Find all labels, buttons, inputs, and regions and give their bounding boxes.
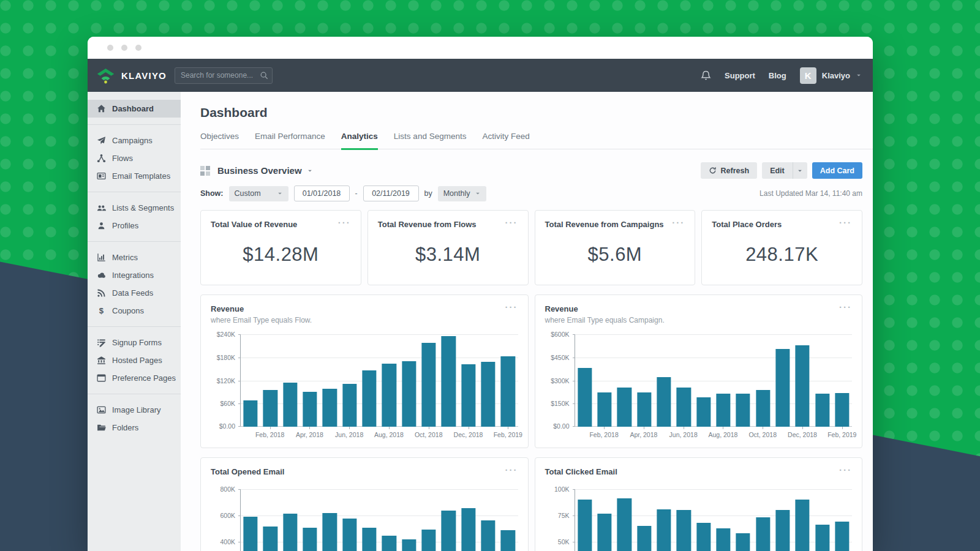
- bar-may-2018[interactable]: [657, 377, 671, 427]
- sidebar-item-hosted-pages[interactable]: Hosted Pages: [88, 351, 181, 369]
- bar-feb-2019[interactable]: [501, 356, 515, 427]
- bar-feb-2018[interactable]: [597, 392, 611, 427]
- bar-aug-2018[interactable]: [382, 536, 396, 551]
- bar-mar-2018[interactable]: [617, 498, 631, 551]
- sidebar-item-folders[interactable]: Folders: [88, 419, 181, 437]
- refresh-button[interactable]: Refresh: [701, 162, 758, 179]
- bar-feb-2018[interactable]: [597, 514, 611, 551]
- notifications-bell-icon[interactable]: [701, 70, 711, 81]
- card-menu-icon[interactable]: ···: [839, 220, 852, 226]
- end-date-input[interactable]: [363, 186, 419, 201]
- bar-oct-2018[interactable]: [756, 390, 770, 427]
- bar-oct-2018[interactable]: [756, 517, 770, 551]
- bar-oct-2018[interactable]: [421, 343, 435, 427]
- window-control-dot[interactable]: [135, 45, 141, 51]
- card-menu-icon[interactable]: ···: [505, 220, 518, 226]
- bar-aug-2018[interactable]: [716, 394, 730, 427]
- board-grid-icon[interactable]: [200, 166, 210, 176]
- klaviyo-logo[interactable]: KLAVIYO: [96, 67, 167, 84]
- sidebar-item-signup-forms[interactable]: Signup Forms: [88, 334, 181, 351]
- bar-nov-2018[interactable]: [775, 349, 790, 427]
- bar-feb-2019[interactable]: [835, 522, 849, 551]
- nav-link-blog[interactable]: Blog: [769, 71, 786, 80]
- bar-feb-2018[interactable]: [263, 390, 277, 427]
- edit-dropdown-button[interactable]: [793, 162, 807, 179]
- sidebar-item-profiles[interactable]: Profiles: [88, 217, 181, 234]
- bar-may-2018[interactable]: [323, 389, 337, 427]
- date-range-select[interactable]: Custom: [229, 186, 288, 201]
- card-menu-icon[interactable]: ···: [338, 220, 351, 226]
- start-date-input[interactable]: [294, 186, 350, 201]
- bar-jan-2018[interactable]: [244, 517, 258, 551]
- sidebar-item-data-feeds[interactable]: Data Feeds: [88, 284, 181, 302]
- bar-dec-2018[interactable]: [796, 500, 810, 551]
- window-control-dot[interactable]: [107, 45, 113, 51]
- bar-may-2018[interactable]: [657, 509, 671, 551]
- bar-sep-2018[interactable]: [402, 539, 416, 551]
- add-card-button[interactable]: Add Card: [812, 162, 862, 179]
- card-menu-icon[interactable]: ···: [672, 220, 685, 226]
- bar-jul-2018[interactable]: [696, 523, 710, 551]
- tab-analytics[interactable]: Analytics: [341, 132, 378, 149]
- bar-apr-2018[interactable]: [303, 528, 317, 551]
- bar-jan-2018[interactable]: [578, 500, 592, 551]
- bar-sep-2018[interactable]: [402, 361, 416, 427]
- bar-jun-2018[interactable]: [342, 519, 356, 551]
- bar-mar-2018[interactable]: [283, 514, 297, 551]
- bar-apr-2018[interactable]: [637, 392, 651, 427]
- bar-feb-2019[interactable]: [835, 393, 849, 427]
- search-input[interactable]: [175, 67, 273, 84]
- bar-nov-2018[interactable]: [775, 510, 790, 551]
- bar-nov-2018[interactable]: [442, 336, 456, 427]
- bar-jul-2018[interactable]: [362, 528, 376, 551]
- bar-dec-2018[interactable]: [461, 508, 475, 551]
- sidebar-item-integrations[interactable]: Integrations: [88, 266, 181, 284]
- bar-oct-2018[interactable]: [421, 530, 435, 551]
- bar-feb-2018[interactable]: [263, 527, 277, 551]
- nav-link-support[interactable]: Support: [725, 71, 755, 80]
- bar-jun-2018[interactable]: [342, 384, 356, 427]
- bar-sep-2018[interactable]: [736, 394, 750, 427]
- bar-aug-2018[interactable]: [382, 364, 396, 427]
- bar-mar-2018[interactable]: [617, 388, 631, 427]
- bar-jan-2018[interactable]: [244, 400, 258, 427]
- sidebar-item-lists-segments[interactable]: Lists & Segments: [88, 199, 181, 217]
- tab-activity-feed[interactable]: Activity Feed: [482, 132, 529, 149]
- account-menu[interactable]: K Klaviyo: [800, 67, 862, 84]
- edit-button[interactable]: Edit: [762, 162, 793, 179]
- bar-dec-2018[interactable]: [461, 364, 475, 427]
- sidebar-item-email-templates[interactable]: Email Templates: [88, 167, 181, 185]
- bar-may-2018[interactable]: [323, 513, 337, 551]
- bar-jan-2019[interactable]: [815, 394, 829, 427]
- window-control-dot[interactable]: [121, 45, 127, 51]
- bar-jan-2018[interactable]: [578, 368, 592, 427]
- card-menu-icon[interactable]: ···: [839, 467, 852, 473]
- bar-sep-2018[interactable]: [736, 533, 750, 551]
- bar-dec-2018[interactable]: [796, 345, 810, 427]
- sidebar-item-preference-pages[interactable]: Preference Pages: [88, 369, 181, 387]
- bar-feb-2019[interactable]: [501, 530, 515, 551]
- tab-email-performance[interactable]: Email Performance: [255, 132, 325, 149]
- interval-select[interactable]: Monthly: [438, 186, 487, 201]
- bar-jan-2019[interactable]: [481, 520, 495, 551]
- bar-jun-2018[interactable]: [677, 388, 691, 427]
- sidebar-item-flows[interactable]: Flows: [88, 149, 181, 167]
- sidebar-item-dashboard[interactable]: Dashboard: [88, 100, 181, 118]
- bar-jun-2018[interactable]: [677, 510, 691, 551]
- tab-objectives[interactable]: Objectives: [200, 132, 239, 149]
- card-menu-icon[interactable]: ···: [839, 304, 852, 310]
- bar-apr-2018[interactable]: [303, 392, 317, 427]
- card-menu-icon[interactable]: ···: [505, 304, 518, 310]
- bar-mar-2018[interactable]: [283, 383, 297, 427]
- bar-aug-2018[interactable]: [716, 528, 730, 551]
- bar-jul-2018[interactable]: [696, 397, 710, 427]
- bar-nov-2018[interactable]: [442, 511, 456, 551]
- sidebar-item-image-library[interactable]: Image Library: [88, 401, 181, 419]
- sidebar-item-campaigns[interactable]: Campaigns: [88, 132, 181, 149]
- bar-jul-2018[interactable]: [362, 370, 376, 427]
- card-menu-icon[interactable]: ···: [505, 467, 518, 473]
- bar-apr-2018[interactable]: [637, 526, 651, 551]
- sidebar-item-coupons[interactable]: $Coupons: [88, 302, 181, 320]
- board-selector[interactable]: Business Overview: [217, 165, 313, 176]
- bar-jan-2019[interactable]: [481, 362, 495, 427]
